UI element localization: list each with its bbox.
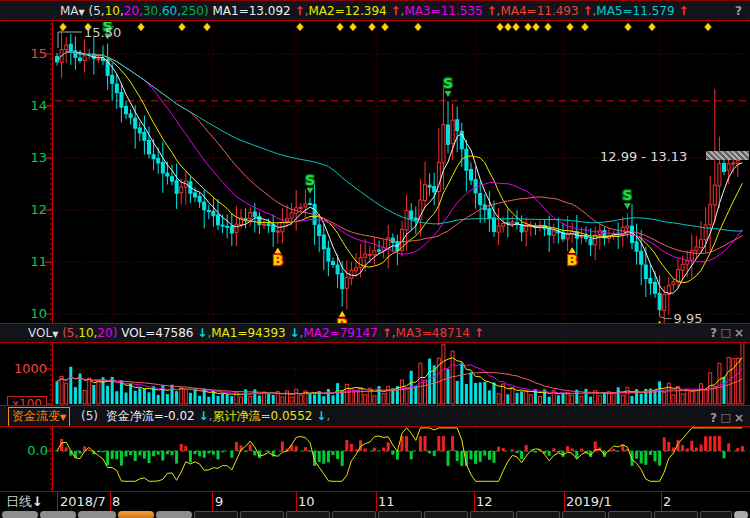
volume-axis-tick: 1000: [14, 361, 46, 377]
month-tick: [661, 492, 662, 511]
down-arrow-icon: ↓: [199, 409, 209, 423]
month-label: 2019/1: [566, 493, 612, 511]
up-arrow-icon: ↑: [391, 4, 401, 18]
money-flow-chart[interactable]: [0, 427, 750, 491]
month-label: 8: [112, 493, 120, 511]
indicator-dropdown[interactable]: MA▼: [60, 4, 85, 18]
month-label: 9: [215, 493, 223, 511]
indicator-param: 10,: [105, 4, 124, 18]
indicator-param: 20): [97, 326, 117, 340]
scrollbar-segment[interactable]: [734, 511, 748, 518]
help-icon[interactable]: ?: [710, 408, 717, 427]
buy-marker: B: [567, 252, 578, 268]
sell-marker: S: [622, 187, 632, 203]
up-arrow-icon: ↑: [295, 4, 305, 18]
last-price-range-marker: [706, 151, 749, 160]
scrollbar-segment[interactable]: [332, 511, 376, 518]
scrollbar-segment[interactable]: [424, 511, 468, 518]
indicator-value: MA1=13.092: [212, 4, 290, 18]
vol-header-bar: VOL▼ (5,10,20) VOL=47586 ↓,MA1=94393 ↓,M…: [0, 323, 750, 343]
down-arrow-icon: ↓: [316, 409, 326, 423]
chart-scrollbar[interactable]: [0, 511, 750, 518]
indicator-value: 累计净流=0.0552: [212, 409, 312, 423]
close-icon[interactable]: ×: [734, 324, 744, 342]
indicator-value: MA1=94393: [211, 326, 285, 340]
sell-marker: S: [443, 75, 453, 91]
indicator-param: 30,: [143, 4, 162, 18]
up-arrow-icon: ↑: [382, 326, 392, 340]
month-tick: [57, 492, 58, 511]
price-tick-label: 11: [19, 254, 47, 270]
indicator-value: MA3=48714: [396, 326, 470, 340]
buy-marker: B: [272, 252, 283, 268]
scrollbar-segment[interactable]: [2, 511, 38, 518]
price-tick-label: 14: [19, 98, 47, 114]
month-label: 2018/7: [60, 493, 106, 511]
close-icon[interactable]: ×: [734, 408, 744, 427]
month-label: 10: [298, 493, 315, 511]
indicator-dropdown[interactable]: VOL▼: [28, 326, 58, 340]
maximize-icon[interactable]: □: [721, 324, 731, 342]
scrollbar-segment[interactable]: [470, 511, 514, 518]
indicator-param: 10,: [78, 326, 97, 340]
indicator-value: MA4=11.493: [500, 4, 578, 18]
indicator-value: MA2=12.394: [308, 4, 386, 18]
month-label: 11: [378, 493, 395, 511]
scrollbar-segment[interactable]: [40, 511, 76, 518]
buy-marker: B: [337, 316, 348, 323]
month-tick: [296, 492, 297, 511]
scrollbar-segment[interactable]: [378, 511, 422, 518]
month-tick: [110, 492, 111, 511]
help-icon[interactable]: ?: [735, 1, 742, 21]
indicator-value: MA3=11.535: [404, 4, 482, 18]
indicator-param: (5,: [62, 326, 78, 340]
volume-chart[interactable]: [0, 343, 750, 405]
month-label: 2: [663, 493, 671, 511]
price-tick-label: 12: [19, 202, 47, 218]
date-axis: 日线↓ 2018/7891011122019/12: [0, 491, 750, 511]
month-tick: [564, 492, 565, 511]
month-tick: [474, 492, 475, 511]
period-selector[interactable]: 日线↓: [6, 493, 43, 511]
scrollbar-segment[interactable]: [562, 511, 606, 518]
scrollbar-segment[interactable]: [118, 511, 154, 518]
flow-indicator-dropdown[interactable]: 资金流变▼: [8, 407, 70, 427]
down-arrow-icon: ↓: [197, 326, 207, 340]
indicator-value: MA2=79147: [303, 326, 377, 340]
price-tick-label: 10: [19, 306, 47, 322]
up-arrow-icon: ↑: [678, 4, 688, 18]
last-range-label: 12.99 - 13.13: [600, 149, 687, 164]
price-tick-label: 15: [19, 46, 47, 62]
up-arrow-icon: ↑: [474, 326, 484, 340]
indicator-value: 资金净流=-0.02: [106, 409, 195, 423]
ma-header-bar: MA▼ (5,10,20,30,60,250) MA1=13.092 ↑,MA2…: [0, 1, 750, 21]
month-tick: [376, 492, 377, 511]
indicator-value: VOL=47586: [121, 326, 193, 340]
indicator-param: 20,: [124, 4, 143, 18]
up-arrow-icon: ↑: [582, 4, 592, 18]
scrollbar-segment[interactable]: [608, 511, 652, 518]
up-arrow-icon: ↑: [487, 4, 497, 18]
indicator-param: 250): [181, 4, 209, 18]
indicator-param: (5,: [89, 4, 105, 18]
flow-header-bar: 资金流变▼ (5) 资金净流=-0.02 ↓,累计净流=0.0552 ↓, × …: [0, 405, 750, 427]
lowest-price-label: 9.95: [674, 311, 703, 323]
help-icon[interactable]: ?: [710, 324, 717, 342]
scrollbar-segment[interactable]: [240, 511, 284, 518]
scrollbar-segment[interactable]: [286, 511, 330, 518]
candlestick-chart[interactable]: SBSBSBSB15.509.9512.99 - 13.13: [0, 22, 750, 323]
scrollbar-segment[interactable]: [516, 511, 560, 518]
highest-price-label: 15.50: [84, 25, 121, 40]
price-tick-label: 13: [19, 150, 47, 166]
sell-marker: S: [305, 172, 315, 188]
indicator-param: 60,: [162, 4, 181, 18]
scrollbar-segment[interactable]: [156, 511, 192, 518]
indicator-value: MA5=11.579: [596, 4, 674, 18]
stock-chart-window: MA▼ (5,10,20,30,60,250) MA1=13.092 ↑,MA2…: [0, 0, 750, 518]
scrollbar-segment[interactable]: [654, 511, 698, 518]
scrollbar-segment[interactable]: [194, 511, 238, 518]
scrollbar-segment[interactable]: [78, 511, 116, 518]
maximize-icon[interactable]: □: [721, 408, 731, 427]
down-arrow-icon: ↓: [289, 326, 299, 340]
scrollbar-segment[interactable]: [700, 511, 732, 518]
